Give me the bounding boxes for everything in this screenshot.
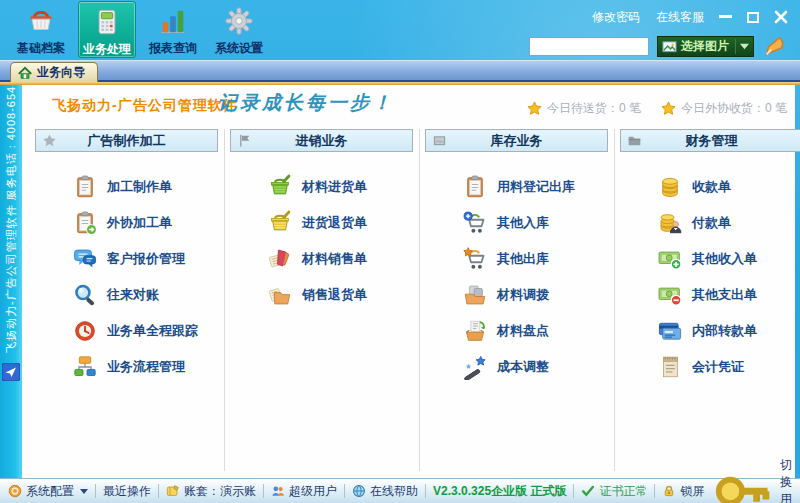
tab-label: 业务向导 bbox=[37, 64, 85, 81]
statusbar-item-version[interactable]: V2.3.0.325企业版 正式版 bbox=[433, 483, 566, 500]
menu-item-label: 付款单 bbox=[692, 214, 731, 232]
statusbar-item-label: 最近操作 bbox=[103, 483, 151, 500]
menu-item-stocktake[interactable]: 材料盘点 bbox=[425, 313, 608, 349]
toolbar-item-basic-files[interactable]: 基础档案 bbox=[12, 1, 70, 58]
statusbar-item-account-set[interactable]: 账套：演示账 bbox=[166, 483, 256, 500]
clock-red-icon bbox=[72, 318, 98, 344]
statusbar-separator bbox=[573, 484, 574, 498]
menu-item-label: 客户报价管理 bbox=[107, 250, 185, 268]
toolbar-item-business-process[interactable]: 业务处理 bbox=[78, 1, 136, 58]
slogan: 记录成长每一步！ bbox=[218, 90, 394, 116]
chat-bubbles-icon bbox=[72, 246, 98, 272]
menu-item-other-in[interactable]: 其他入库 bbox=[425, 205, 608, 241]
statusbar-item-lock-screen[interactable]: 锁屏 bbox=[662, 483, 704, 500]
statusbar-item-super-user[interactable]: 超级用户 bbox=[271, 483, 337, 500]
globe-icon bbox=[352, 484, 366, 498]
clipboard-arrow-icon bbox=[72, 210, 98, 236]
menu-item-label: 进货退货单 bbox=[302, 214, 367, 232]
menu-item-label: 往来对账 bbox=[107, 286, 159, 304]
menu-item-label: 材料进货单 bbox=[302, 178, 367, 196]
folder-gray-icon bbox=[627, 133, 642, 148]
menu-item-material-purchase[interactable]: 材料进货单 bbox=[230, 169, 413, 205]
menu-item-other-out[interactable]: 其他出库 bbox=[425, 241, 608, 277]
menu-item-payment[interactable]: 付款单 bbox=[620, 205, 800, 241]
menu-item-order-tracking[interactable]: 业务单全程跟踪 bbox=[35, 313, 218, 349]
statusbar-separator bbox=[263, 484, 264, 498]
statusbar-separator bbox=[158, 484, 159, 498]
toolbar-item-label: 系统设置 bbox=[215, 40, 263, 57]
paper-plane-icon[interactable] bbox=[2, 363, 20, 381]
menu-item-material-sales[interactable]: 材料销售单 bbox=[230, 241, 413, 277]
sidebar-vertical-text: 飞扬动力-广告公司管理软件 服务电话：4008-654-688 bbox=[4, 85, 19, 353]
menu-item-receipt[interactable]: 收款单 bbox=[620, 169, 800, 205]
page-title: 飞扬动力-广告公司管理软件 bbox=[52, 97, 238, 115]
menu-item-label: 业务单全程跟踪 bbox=[107, 322, 198, 340]
image-path-input[interactable] bbox=[529, 37, 649, 56]
toolbar-item-system-settings[interactable]: 系统设置 bbox=[210, 1, 268, 58]
clipboard-icon bbox=[462, 174, 488, 200]
flag-gray-icon bbox=[237, 133, 252, 148]
toolbar-item-report-query[interactable]: 报表查询 bbox=[144, 1, 202, 58]
tab-business-wizard[interactable]: 业务向导 bbox=[10, 62, 98, 82]
menu-item-process-order[interactable]: 加工制作单 bbox=[35, 169, 218, 205]
menu-item-other-income[interactable]: 其他收入单 bbox=[620, 241, 800, 277]
menu-item-internal-transfer[interactable]: 内部转款单 bbox=[620, 313, 800, 349]
chevron-down-icon bbox=[80, 489, 88, 494]
statusbar-item-recent-ops[interactable]: 最近操作 bbox=[103, 483, 151, 500]
menu-item-purchase-return[interactable]: 进货退货单 bbox=[230, 205, 413, 241]
cart-plus-icon bbox=[462, 210, 488, 236]
menu-item-voucher[interactable]: 会计凭证 bbox=[620, 349, 800, 385]
change-password-link[interactable]: 修改密码 bbox=[592, 9, 640, 26]
box-doc-icon bbox=[462, 318, 488, 344]
cart-star-icon bbox=[462, 246, 488, 272]
stat-item: 今日待送货：0 笔 bbox=[527, 100, 641, 117]
select-image-button[interactable]: 选择图片 bbox=[657, 36, 754, 57]
column-items: 材料进货单进货退货单材料销售单销售退货单 bbox=[230, 169, 413, 313]
switch-user-button[interactable]: 切换用户 bbox=[711, 457, 792, 503]
menu-item-label: 销售退货单 bbox=[302, 286, 367, 304]
ledger-icon bbox=[657, 354, 683, 380]
coins-person-icon bbox=[657, 210, 683, 236]
column-title: 财务管理 bbox=[686, 132, 738, 150]
book-yellow-icon bbox=[166, 484, 180, 498]
status-left: 系统配置最近操作账套：演示账超级用户在线帮助V2.3.0.325企业版 正式版证… bbox=[8, 483, 704, 500]
statusbar-item-cert-ok[interactable]: 证书正常 bbox=[581, 483, 647, 500]
stat-text: 今日外协收货：0 笔 bbox=[681, 100, 787, 117]
chevron-down-icon[interactable] bbox=[740, 43, 749, 50]
statusbar-item-system-config[interactable]: 系统配置 bbox=[8, 483, 88, 500]
cards-icon bbox=[657, 318, 683, 344]
main-content: 飞扬动力-广告公司管理软件 记录成长每一步！ 今日待送货：0 笔今日外协收货：0… bbox=[22, 85, 795, 478]
statusbar-separator bbox=[654, 484, 655, 498]
photo-gray-icon bbox=[432, 133, 447, 148]
horn-icon[interactable] bbox=[762, 33, 788, 59]
close-button[interactable] bbox=[774, 10, 788, 24]
menu-item-sales-return[interactable]: 销售退货单 bbox=[230, 277, 413, 313]
home-icon bbox=[18, 66, 32, 80]
statusbar-item-online-help[interactable]: 在线帮助 bbox=[352, 483, 418, 500]
toolbar-item-label: 业务处理 bbox=[83, 41, 131, 58]
minimize-button[interactable] bbox=[719, 15, 732, 19]
menu-item-outsource-order[interactable]: 外协加工单 bbox=[35, 205, 218, 241]
menu-item-reconciliation[interactable]: 往来对账 bbox=[35, 277, 218, 313]
calculator-icon bbox=[92, 7, 122, 37]
menu-item-label: 材料销售单 bbox=[302, 250, 367, 268]
key-icon bbox=[711, 459, 776, 503]
menu-item-material-transfer[interactable]: 材料调拨 bbox=[425, 277, 608, 313]
statusbar-separator bbox=[425, 484, 426, 498]
menu-item-customer-quote[interactable]: 客户报价管理 bbox=[35, 241, 218, 277]
maximize-button[interactable] bbox=[747, 12, 759, 23]
column-header-inventory: 库存业务 bbox=[425, 129, 608, 152]
image-picker-row: 选择图片 bbox=[529, 33, 788, 59]
window-controls bbox=[719, 10, 788, 24]
menu-item-cost-adjust[interactable]: 成本调整 bbox=[425, 349, 608, 385]
menu-item-workflow[interactable]: 业务流程管理 bbox=[35, 349, 218, 385]
menu-item-material-out-register[interactable]: 用料登记出库 bbox=[425, 169, 608, 205]
column-title: 广告制作加工 bbox=[88, 132, 166, 150]
statusbar-separator bbox=[344, 484, 345, 498]
online-service-link[interactable]: 在线客服 bbox=[656, 9, 704, 26]
star-gold-icon bbox=[661, 101, 676, 116]
statusbar-item-label: V2.3.0.325企业版 正式版 bbox=[433, 483, 566, 500]
switch-user-label: 切换用户 bbox=[780, 457, 792, 503]
menu-item-label: 其他入库 bbox=[497, 214, 549, 232]
menu-item-other-expense[interactable]: 其他支出单 bbox=[620, 277, 800, 313]
